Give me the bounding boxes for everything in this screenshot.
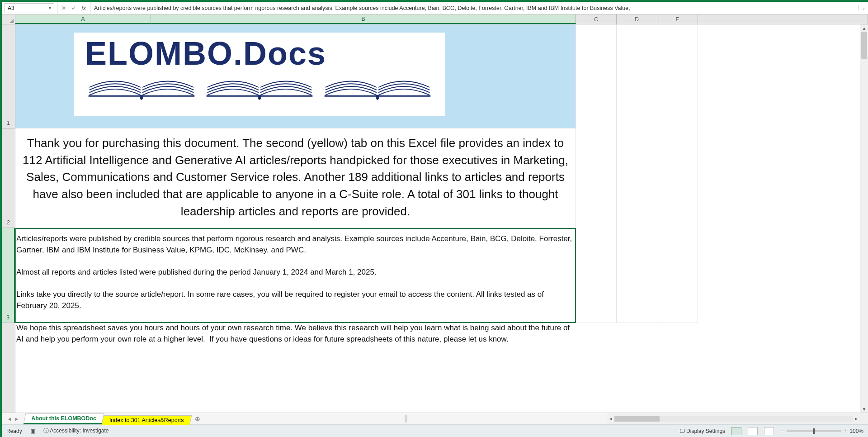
cell-grid[interactable]: ELOMBO.Docs <box>15 24 860 413</box>
cancel-icon[interactable]: ✕ <box>59 4 68 13</box>
cell-a1-b1-logo[interactable]: ELOMBO.Docs <box>15 24 576 128</box>
formula-bar: A3 ▾ ✕ ✓ fx ⌄ <box>2 2 868 14</box>
horizontal-scrollbar[interactable]: ◄ ► <box>607 413 860 424</box>
scroll-up-icon[interactable]: ▲ <box>862 24 867 32</box>
new-sheet-button[interactable]: ⊕ <box>193 413 203 424</box>
column-header-a[interactable]: A <box>15 14 151 24</box>
tab-navigation: ◄ ► <box>2 413 24 424</box>
tab-prev-icon[interactable]: ◄ <box>6 416 13 422</box>
formula-input[interactable] <box>90 5 858 11</box>
row-header-2[interactable]: 2 <box>2 128 15 228</box>
tab-split-handle[interactable] <box>405 415 407 423</box>
view-normal-button[interactable] <box>731 427 741 435</box>
zoom-level[interactable]: 100% <box>849 428 863 434</box>
name-box[interactable]: A3 ▾ <box>5 3 54 13</box>
worksheet-area: A B C D E 1 2 3 ELOMBO.Docs <box>2 14 868 413</box>
vertical-scrollbar[interactable]: ▲ ▼ <box>860 24 868 413</box>
tab-next-icon[interactable]: ► <box>14 416 20 422</box>
zoom-in-button[interactable]: + <box>844 428 847 434</box>
sheet-tabs: About this ELOMBODoc Index to 301 Articl… <box>24 413 190 424</box>
column-header-d[interactable]: D <box>617 14 657 24</box>
cell-reference: A3 <box>8 5 14 11</box>
row-headers: 1 2 3 <box>2 24 15 413</box>
column-headers: A B C D E <box>2 14 868 24</box>
status-ready: Ready <box>6 428 22 434</box>
accessibility-icon: ⓘ <box>43 428 49 434</box>
view-page-break-button[interactable] <box>764 427 774 435</box>
expand-formula-bar-icon[interactable]: ⌄ <box>858 5 868 10</box>
tab-spacer <box>203 413 607 424</box>
row-header-1[interactable]: 1 <box>2 24 15 128</box>
scroll-right-icon[interactable]: ► <box>853 416 860 421</box>
column-header-b[interactable]: B <box>151 14 576 24</box>
display-settings-button[interactable]: 🖵 Display Settings <box>679 428 725 434</box>
formula-bar-controls: ✕ ✓ fx <box>57 2 90 14</box>
display-settings-icon: 🖵 <box>679 428 685 434</box>
name-box-dropdown-icon[interactable]: ▾ <box>49 5 51 10</box>
hscroll-end <box>860 413 868 424</box>
column-header-c[interactable]: C <box>576 14 617 24</box>
accessibility-label: Accessibility: Investigate <box>50 428 108 434</box>
vscroll-thumb[interactable] <box>861 32 867 59</box>
cell-col-c[interactable] <box>576 24 617 323</box>
tab-index-label: Index to 301 Articles&Reports <box>109 417 184 423</box>
status-bar: Ready ▣ ⓘ Accessibility: Investigate 🖵 D… <box>2 424 868 437</box>
cell-col-e[interactable] <box>657 24 698 323</box>
book-icon <box>203 74 316 102</box>
enter-icon[interactable]: ✓ <box>69 4 78 13</box>
logo-books <box>85 74 434 102</box>
display-settings-label: Display Settings <box>686 428 725 434</box>
tab-about-label: About this ELOMBODoc <box>31 415 96 422</box>
hscroll-track[interactable] <box>614 416 853 422</box>
zoom-thumb[interactable] <box>813 428 815 434</box>
logo-image: ELOMBO.Docs <box>74 33 445 116</box>
sheet-tabs-bar: ◄ ► About this ELOMBODoc Index to 301 Ar… <box>2 413 868 424</box>
zoom-out-button[interactable]: − <box>780 428 784 434</box>
book-icon <box>85 74 198 102</box>
scroll-down-icon[interactable]: ▼ <box>862 405 867 413</box>
cell-col-d[interactable] <box>617 24 657 323</box>
zoom-slider[interactable] <box>787 430 841 432</box>
fx-icon[interactable]: fx <box>79 4 88 13</box>
hscroll-thumb[interactable] <box>614 416 660 422</box>
view-page-layout-button[interactable] <box>748 427 758 435</box>
cell-a2-b2-intro[interactable]: Thank you for purchasing this document. … <box>15 128 576 228</box>
vscroll-track[interactable] <box>860 32 868 405</box>
row-header-3[interactable]: 3 <box>2 228 15 323</box>
macro-record-icon[interactable]: ▣ <box>30 428 35 434</box>
zoom-control: − + 100% <box>780 428 863 434</box>
cell-a3-b3-body[interactable]: Articles/reports were published by credi… <box>15 228 576 323</box>
column-header-rest <box>698 14 868 24</box>
tab-about[interactable]: About this ELOMBODoc <box>23 413 104 424</box>
accessibility-status[interactable]: ⓘ Accessibility: Investigate <box>43 427 109 435</box>
book-icon <box>321 74 434 102</box>
select-all-corner[interactable] <box>2 14 15 24</box>
logo-text: ELOMBO.Docs <box>85 37 434 70</box>
tab-index[interactable]: Index to 301 Articles&Reports <box>102 415 192 425</box>
column-header-e[interactable]: E <box>657 14 698 24</box>
scroll-left-icon[interactable]: ◄ <box>607 416 614 421</box>
